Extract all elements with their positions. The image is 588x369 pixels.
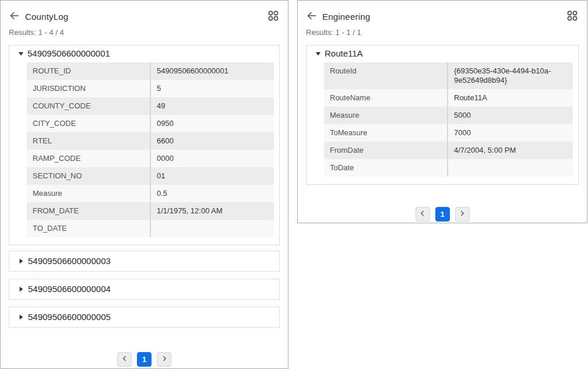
app-grid-button[interactable]	[267, 9, 280, 24]
field-label: ROUTE_ID	[27, 62, 151, 80]
field-value: 6600	[151, 132, 274, 150]
table-row: FROM_DATE 1/1/1975, 12:00 AM	[27, 202, 274, 220]
field-value: Route11A	[448, 89, 573, 107]
feature-title: Route11A	[325, 49, 363, 58]
field-label: ToMeasure	[324, 124, 448, 142]
pagination: 1	[298, 207, 587, 222]
field-label: FROM_DATE	[27, 202, 151, 220]
field-value: 0.5	[151, 185, 274, 202]
table-row: SECTION_NO 01	[27, 167, 274, 185]
app-grid-button[interactable]	[566, 9, 579, 24]
field-value: 1/1/1975, 12:00 AM	[151, 202, 274, 220]
field-label: RTEL	[27, 132, 151, 150]
field-label: ToDate	[324, 159, 448, 177]
field-label: TO_DATE	[27, 220, 151, 237]
table-row: CITY_CODE 0950	[27, 115, 274, 132]
feature-title: 54909506600000005	[28, 312, 111, 322]
next-page-button[interactable]	[455, 207, 470, 222]
field-label: Measure	[27, 185, 151, 202]
next-page-button[interactable]	[157, 352, 171, 367]
caret-down-icon	[18, 51, 24, 57]
field-value: 49	[151, 97, 274, 115]
field-value: 5000	[448, 107, 573, 124]
feature-header[interactable]: Route11A	[307, 45, 578, 62]
caret-right-icon	[18, 286, 24, 292]
feature-card-collapsed[interactable]: 54909506600000005	[9, 307, 280, 328]
chevron-left-icon	[419, 210, 426, 219]
table-row: COUNTY_CODE 49	[27, 97, 274, 115]
screen: CountyLog Results: 1 - 4 / 4 5	[0, 0, 588, 369]
panel-header: CountyLog	[1, 1, 288, 24]
field-label: Measure	[324, 107, 448, 124]
field-value: 4/7/2004, 5:00 PM	[448, 142, 573, 159]
field-value	[448, 159, 573, 177]
table-row: TO_DATE	[27, 220, 274, 237]
field-value: {69350e35-430e-4494-b10a-9e52649d8b94}	[448, 62, 573, 89]
table-row: RouteId {69350e35-430e-4494-b10a-9e52649…	[324, 62, 573, 89]
table-row: RouteName Route11A	[324, 89, 573, 107]
attribute-table: RouteId {69350e35-430e-4494-b10a-9e52649…	[324, 62, 573, 177]
feature-card-collapsed[interactable]: 54909506600000004	[9, 279, 280, 300]
panel-title: CountyLog	[25, 12, 68, 22]
field-value	[151, 220, 274, 237]
table-row: Measure 0.5	[27, 185, 274, 202]
table-row: ROUTE_ID 54909506600000001	[27, 62, 274, 80]
field-label: RAMP_CODE	[27, 150, 151, 167]
field-label: FromDate	[324, 142, 448, 159]
feature-title: 54909506600000004	[28, 284, 111, 294]
field-label: COUNTY_CODE	[27, 97, 151, 115]
previous-page-button[interactable]	[416, 207, 430, 222]
chevron-left-icon	[121, 355, 128, 364]
feature-header[interactable]: 54909506600000001	[9, 45, 279, 62]
arrow-left-icon	[306, 10, 317, 23]
chevron-right-icon	[459, 210, 466, 219]
engineering-panel: Engineering Results: 1 - 1 / 1 Rout	[297, 0, 587, 223]
feature-title: 54909506600000003	[28, 256, 111, 266]
table-row: JURISDICTION 5	[27, 80, 274, 97]
feature-title: 54909506600000001	[27, 49, 110, 58]
feature-card-expanded: 54909506600000001 ROUTE_ID 5490950660000…	[9, 45, 280, 245]
table-row: ToMeasure 7000	[324, 124, 573, 142]
results-count: Results: 1 - 4 / 4	[1, 24, 288, 37]
field-label: SECTION_NO	[27, 167, 151, 185]
previous-page-button[interactable]	[117, 352, 132, 367]
app-grid-icon	[566, 9, 579, 24]
caret-down-icon	[315, 51, 321, 57]
app-grid-icon	[267, 9, 280, 24]
attribute-table: ROUTE_ID 54909506600000001 JURISDICTION …	[27, 62, 274, 237]
panel-header: Engineering	[298, 1, 587, 24]
arrow-left-icon	[9, 10, 20, 23]
caret-right-icon	[18, 258, 24, 264]
field-value: 5	[151, 80, 274, 97]
feature-card-collapsed[interactable]: 54909506600000003	[9, 251, 280, 272]
back-button[interactable]	[9, 10, 20, 23]
table-row: ToDate	[324, 159, 573, 177]
field-value: 01	[151, 167, 274, 185]
caret-right-icon	[18, 314, 24, 320]
table-row: FromDate 4/7/2004, 5:00 PM	[324, 142, 573, 159]
field-label: RouteId	[324, 62, 448, 89]
back-button[interactable]	[306, 10, 317, 23]
countylog-panel: CountyLog Results: 1 - 4 / 4 5	[0, 0, 288, 369]
table-row: RAMP_CODE 0000	[27, 150, 274, 167]
field-label: CITY_CODE	[27, 115, 151, 132]
field-value: 7000	[448, 124, 573, 142]
field-value: 0000	[151, 150, 274, 167]
results-count: Results: 1 - 1 / 1	[298, 24, 587, 37]
panel-title: Engineering	[322, 12, 370, 22]
field-label: RouteName	[324, 89, 448, 107]
page-number-button[interactable]: 1	[137, 352, 152, 367]
field-value: 0950	[151, 115, 274, 132]
table-row: RTEL 6600	[27, 132, 274, 150]
pagination: 1	[1, 352, 288, 367]
chevron-right-icon	[161, 355, 168, 364]
field-label: JURISDICTION	[27, 80, 151, 97]
feature-card-expanded: Route11A RouteId {69350e35-430e-4494-b10…	[306, 45, 579, 185]
page-number-button[interactable]: 1	[435, 207, 450, 222]
table-row: Measure 5000	[324, 107, 573, 124]
field-value: 54909506600000001	[151, 62, 274, 80]
